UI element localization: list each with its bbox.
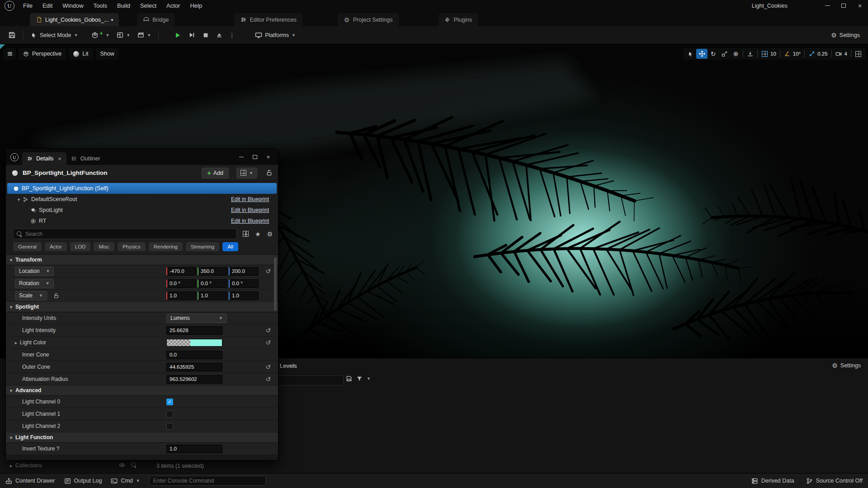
scale-snap-toggle[interactable]	[806, 49, 817, 59]
category-advanced[interactable]: ▾ Advanced	[6, 385, 278, 396]
rotation-type-dropdown[interactable]: Rotation ▼	[15, 279, 54, 288]
menu-file[interactable]: File	[18, 0, 38, 11]
rotation-snap-value[interactable]: 10°	[793, 51, 803, 56]
category-transform[interactable]: ▾ Transform	[6, 255, 278, 265]
tab-plugins[interactable]: Plugins	[439, 13, 478, 26]
source-control-button[interactable]: Source Control Off	[806, 478, 863, 484]
window-close-button[interactable]: ×	[852, 0, 868, 11]
grid-snap-toggle[interactable]	[759, 49, 770, 59]
location-z-input[interactable]: 200.0	[229, 267, 259, 276]
lock-details-button[interactable]	[266, 169, 273, 176]
move-tool-button[interactable]	[696, 49, 708, 59]
console-command-input[interactable]: Enter Console Command	[149, 476, 266, 486]
tab-details[interactable]: Details ×	[22, 152, 66, 165]
reset-to-default-button[interactable]: ↺	[265, 327, 271, 334]
collections-expander[interactable]: ▸ Collections	[10, 462, 42, 469]
filter-physics[interactable]: Physics	[118, 242, 146, 251]
blueprint-edit-split-button[interactable]: ▼	[236, 168, 257, 178]
menu-edit[interactable]: Edit	[38, 0, 57, 11]
reset-to-default-button[interactable]: ↺	[265, 267, 271, 275]
light-color-swatch[interactable]	[166, 339, 222, 347]
filter-streaming[interactable]: Streaming	[186, 242, 219, 251]
location-x-input[interactable]: -470.0	[166, 267, 196, 276]
cinematics-dropdown[interactable]: ▼	[134, 29, 155, 42]
rotate-tool-button[interactable]: ↻	[708, 49, 719, 59]
viewport-menu-button[interactable]	[4, 48, 16, 60]
menu-window[interactable]: Window	[57, 0, 88, 11]
tree-row-rt[interactable]: RT Edit in Blueprint	[6, 216, 278, 226]
invert-texture-input[interactable]: 1.0	[166, 445, 222, 453]
details-window[interactable]: U Details × Outliner × BP_Sportlight_Lig…	[5, 148, 278, 460]
scale-y-input[interactable]: 1.0	[198, 291, 227, 300]
expander-icon[interactable]: ▸	[15, 340, 17, 345]
filter-lod[interactable]: LOD	[70, 242, 91, 251]
visibility-icon[interactable]	[119, 462, 125, 468]
menu-actor[interactable]: Actor	[161, 0, 185, 11]
display-options-icon[interactable]	[243, 231, 249, 237]
toolbar-settings-button[interactable]: ⚙ Settings	[827, 29, 863, 42]
filter-actor[interactable]: Actor	[45, 242, 67, 251]
tree-row-self[interactable]: BP_Sportlight_LightFunction (Self)	[7, 183, 277, 194]
reset-to-default-button[interactable]: ↺	[265, 375, 271, 383]
content-drawer-button[interactable]: Content Drawer	[5, 478, 55, 484]
tab-level-active[interactable]: Light_Cookies_Gobos_... •	[30, 13, 119, 26]
category-light-function[interactable]: ▾ Light Function	[6, 432, 278, 443]
maximize-icon[interactable]	[253, 155, 257, 159]
platforms-dropdown[interactable]: Platforms ▼	[251, 29, 299, 42]
cmd-dropdown[interactable]: Cmd ▼	[111, 478, 140, 484]
light-channel-0-checkbox[interactable]: ✓	[166, 399, 173, 405]
surface-snap-button[interactable]	[745, 49, 756, 59]
scale-x-input[interactable]: 1.0	[166, 291, 196, 300]
tab-project-settings[interactable]: ⚙ Project Settings	[338, 13, 399, 26]
light-channel-1-checkbox[interactable]	[166, 411, 173, 418]
save-levels-button[interactable]	[346, 375, 352, 382]
edit-in-blueprint-link[interactable]: Edit in Blueprint	[231, 218, 269, 224]
attenuation-radius-input[interactable]: 963.529602	[166, 375, 222, 384]
rotation-x-input[interactable]: 0.0 °	[166, 279, 196, 288]
lit-dropdown[interactable]: Lit	[69, 48, 93, 60]
details-search-input[interactable]: Search	[13, 229, 236, 239]
select-mode-dropdown[interactable]: Select Mode ▼	[27, 29, 81, 42]
grid-snap-value[interactable]: 10	[770, 51, 778, 56]
outer-cone-input[interactable]: 44.635925	[166, 363, 222, 371]
inner-cone-input[interactable]: 0.0	[166, 351, 222, 359]
select-tool-button[interactable]	[685, 49, 696, 59]
details-scrollbar[interactable]	[274, 258, 277, 311]
light-channel-2-checkbox[interactable]	[166, 423, 173, 430]
filter-button[interactable]	[356, 375, 363, 382]
play-button[interactable]	[170, 29, 185, 42]
scale-snap-value[interactable]: 0.25	[817, 51, 830, 56]
location-y-input[interactable]: 350.0	[198, 267, 227, 276]
rotation-snap-toggle[interactable]: ∠	[782, 49, 793, 59]
add-component-button[interactable]: + Add	[202, 168, 229, 178]
scale-tool-button[interactable]	[719, 49, 730, 59]
filter-misc[interactable]: Misc	[94, 242, 114, 251]
menu-tools[interactable]: Tools	[89, 0, 112, 11]
play-options-dots[interactable]: ⋮	[226, 32, 238, 39]
menu-build[interactable]: Build	[112, 0, 135, 11]
levels-settings-button[interactable]: ⚙ Settings	[832, 362, 861, 369]
world-space-toggle[interactable]: ⊕	[730, 49, 741, 59]
output-log-button[interactable]: Output Log	[64, 478, 102, 484]
scale-type-dropdown[interactable]: Scale ▼	[15, 291, 47, 300]
menu-help[interactable]: Help	[185, 0, 207, 11]
favorites-icon[interactable]: ★	[255, 230, 261, 238]
scale-lock-icon[interactable]	[53, 293, 59, 299]
stop-button[interactable]	[199, 29, 212, 42]
light-intensity-input[interactable]: 25.6628	[166, 326, 222, 335]
show-dropdown[interactable]: Show	[96, 48, 119, 60]
minimize-icon[interactable]	[239, 157, 244, 158]
skip-frame-button[interactable]	[185, 29, 199, 42]
details-settings-icon[interactable]: ⚙	[267, 230, 273, 238]
save-button[interactable]	[5, 29, 19, 42]
perspective-dropdown[interactable]: Perspective	[19, 48, 66, 60]
window-restore-button[interactable]	[835, 0, 852, 11]
scale-z-input[interactable]: 1.0	[229, 291, 259, 300]
add-actor-dropdown[interactable]: + ▼	[88, 29, 113, 42]
reset-to-default-button[interactable]: ↺	[265, 363, 271, 371]
tab-editor-preferences[interactable]: Editor Preferences	[234, 13, 302, 26]
tab-bridge[interactable]: Bridge	[137, 13, 175, 26]
rotation-z-input[interactable]: 0.0 °	[229, 279, 259, 288]
expander-icon[interactable]: ▾	[18, 197, 20, 202]
filter-all[interactable]: All	[222, 242, 238, 251]
